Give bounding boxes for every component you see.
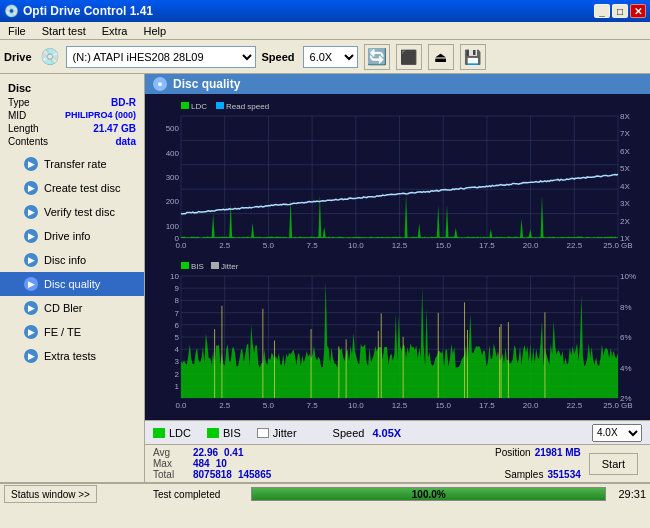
content-area: ● Disc quality LDC BIS xyxy=(145,74,650,482)
samples-label: Samples xyxy=(505,469,544,480)
title-bar-left: 💿 Opti Drive Control 1.41 xyxy=(4,4,153,18)
disc-mid-label: MID xyxy=(8,110,26,121)
app-icon: 💿 xyxy=(4,4,19,18)
menu-extra[interactable]: Extra xyxy=(98,22,132,40)
sidebar: Disc Type BD-R MID PHILIPRO4 (000) Lengt… xyxy=(0,74,145,482)
speed-legend-label: Speed xyxy=(333,427,365,439)
maximize-button[interactable]: □ xyxy=(612,4,628,18)
drive-label: Drive xyxy=(4,51,32,63)
progress-bar-container: 100.0% xyxy=(251,487,606,501)
chart-legend: LDC BIS Jitter Speed 4.05X 4.0X xyxy=(145,420,650,444)
drive-info-button[interactable]: ▶ Drive info xyxy=(0,224,144,248)
transfer-rate-button[interactable]: ▶ Transfer rate xyxy=(0,152,144,176)
total-label: Total xyxy=(153,469,187,480)
avg-bis: 0.41 xyxy=(224,447,243,458)
speed-test-select[interactable]: 4.0X xyxy=(592,424,642,442)
bis-legend-label: BIS xyxy=(223,427,241,439)
content-header: ● Disc quality xyxy=(145,74,650,94)
speed-legend: Speed 4.05X xyxy=(333,427,402,439)
disc-type-row: Type BD-R xyxy=(0,96,144,109)
samples-row: Samples 351534 xyxy=(371,469,581,480)
disc-info-button[interactable]: ▶ Disc info xyxy=(0,248,144,272)
cd-bler-button[interactable]: ▶ CD Bler xyxy=(0,296,144,320)
disc-length-label: Length xyxy=(8,123,39,134)
status-bar: Status window >> Test completed 100.0% 2… xyxy=(0,482,650,504)
content-header-title: Disc quality xyxy=(173,77,240,91)
ldc-legend-color xyxy=(153,428,165,438)
main-area: Disc Type BD-R MID PHILIPRO4 (000) Lengt… xyxy=(0,74,650,482)
disc-length-value: 21.47 GB xyxy=(93,123,136,134)
jitter-legend-label: Jitter xyxy=(273,427,297,439)
samples-value: 351534 xyxy=(547,469,580,480)
bis-chart-canvas xyxy=(149,258,646,416)
avg-label: Avg xyxy=(153,447,187,458)
bis-legend: BIS xyxy=(207,427,241,439)
start-btn-container: Start xyxy=(589,447,642,480)
ldc-legend: LDC xyxy=(153,427,191,439)
bottom-chart xyxy=(149,258,646,416)
close-button[interactable]: ✕ xyxy=(630,4,646,18)
save-button[interactable]: 💾 xyxy=(460,44,486,70)
drive-select[interactable]: (N:) ATAPI iHES208 28L09 xyxy=(66,46,256,68)
avg-row: Avg 22.96 0.41 xyxy=(153,447,363,458)
menu-bar: File Start test Extra Help xyxy=(0,22,650,40)
disc-quality-label: Disc quality xyxy=(44,278,100,290)
speed-select-container: 4.0X xyxy=(592,424,642,442)
create-test-disc-label: Create test disc xyxy=(44,182,120,194)
drive-info-label: Drive info xyxy=(44,230,90,242)
disc-quality-icon: ▶ xyxy=(24,277,38,291)
ldc-legend-label: LDC xyxy=(169,427,191,439)
start-button[interactable]: Start xyxy=(589,453,638,475)
stats-center: Position 21981 MB Samples 351534 xyxy=(363,447,589,480)
fe-te-button[interactable]: ▶ FE / TE xyxy=(0,320,144,344)
stop-button[interactable]: ⬛ xyxy=(396,44,422,70)
disc-info-label: Disc info xyxy=(44,254,86,266)
app-title: Opti Drive Control 1.41 xyxy=(23,4,153,18)
title-bar: 💿 Opti Drive Control 1.41 _ □ ✕ xyxy=(0,0,650,22)
speed-select[interactable]: 6.0X xyxy=(303,46,358,68)
verify-test-disc-button[interactable]: ▶ Verify test disc xyxy=(0,200,144,224)
disc-length-row: Length 21.47 GB xyxy=(0,122,144,135)
total-bis: 145865 xyxy=(238,469,271,480)
verify-test-disc-icon: ▶ xyxy=(24,205,38,219)
menu-help[interactable]: Help xyxy=(139,22,170,40)
fe-te-label: FE / TE xyxy=(44,326,81,338)
refresh-button[interactable]: 🔄 xyxy=(364,44,390,70)
status-window-label: Status window >> xyxy=(11,489,90,500)
progress-text: 100.0% xyxy=(252,488,605,500)
disc-type-value: BD-R xyxy=(111,97,136,108)
fe-te-icon: ▶ xyxy=(24,325,38,339)
bis-legend-color xyxy=(207,428,219,438)
disc-info-icon: ▶ xyxy=(24,253,38,267)
extra-tests-icon: ▶ xyxy=(24,349,38,363)
disc-quality-button[interactable]: ▶ Disc quality xyxy=(0,272,144,296)
disc-mid-value: PHILIPRO4 (000) xyxy=(65,110,136,121)
top-chart xyxy=(149,98,646,256)
speed-legend-value: 4.05X xyxy=(372,427,401,439)
disc-quality-header-icon: ● xyxy=(153,77,167,91)
menu-start-test[interactable]: Start test xyxy=(38,22,90,40)
position-value: 21981 MB xyxy=(535,447,581,458)
speed-label: Speed xyxy=(262,51,295,63)
minimize-button[interactable]: _ xyxy=(594,4,610,18)
extra-tests-button[interactable]: ▶ Extra tests xyxy=(0,344,144,368)
create-test-disc-icon: ▶ xyxy=(24,181,38,195)
disc-contents-value: data xyxy=(115,136,136,147)
position-row: Position 21981 MB xyxy=(371,447,581,458)
charts-area xyxy=(145,94,650,420)
disc-section-label: Disc xyxy=(0,80,144,96)
eject-button[interactable]: ⏏ xyxy=(428,44,454,70)
max-ldc: 484 xyxy=(193,458,210,469)
transfer-rate-label: Transfer rate xyxy=(44,158,107,170)
total-row: Total 8075818 145865 xyxy=(153,469,363,480)
disc-contents-label: Contents xyxy=(8,136,48,147)
menu-file[interactable]: File xyxy=(4,22,30,40)
disc-contents-row: Contents data xyxy=(0,135,144,148)
jitter-legend: Jitter xyxy=(257,427,297,439)
stats-row: Avg 22.96 0.41 Max 484 10 Total 8075818 … xyxy=(145,444,650,482)
status-left: Status window >> xyxy=(4,485,149,503)
cd-bler-label: CD Bler xyxy=(44,302,83,314)
create-test-disc-button[interactable]: ▶ Create test disc xyxy=(0,176,144,200)
extra-tests-label: Extra tests xyxy=(44,350,96,362)
status-window-button[interactable]: Status window >> xyxy=(4,485,97,503)
